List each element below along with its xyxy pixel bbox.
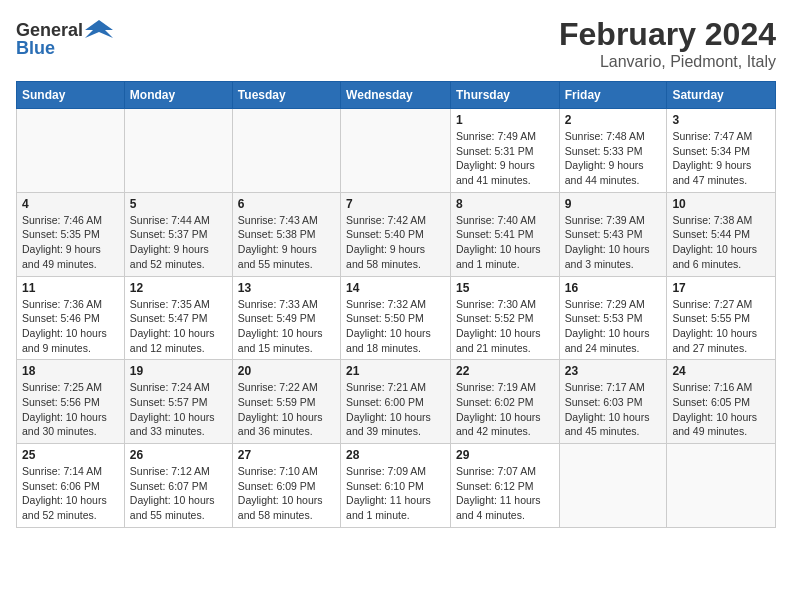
day-number: 8 [456, 197, 554, 211]
calendar-cell: 10Sunrise: 7:38 AM Sunset: 5:44 PM Dayli… [667, 192, 776, 276]
main-title: February 2024 [559, 16, 776, 53]
weekday-header: Sunday [17, 82, 125, 109]
day-number: 14 [346, 281, 445, 295]
calendar-cell: 23Sunrise: 7:17 AM Sunset: 6:03 PM Dayli… [559, 360, 667, 444]
day-info: Sunrise: 7:07 AM Sunset: 6:12 PM Dayligh… [456, 464, 554, 523]
calendar-cell: 17Sunrise: 7:27 AM Sunset: 5:55 PM Dayli… [667, 276, 776, 360]
calendar-cell: 14Sunrise: 7:32 AM Sunset: 5:50 PM Dayli… [341, 276, 451, 360]
day-number: 21 [346, 364, 445, 378]
day-info: Sunrise: 7:22 AM Sunset: 5:59 PM Dayligh… [238, 380, 335, 439]
day-number: 9 [565, 197, 662, 211]
weekday-header: Wednesday [341, 82, 451, 109]
calendar-cell: 22Sunrise: 7:19 AM Sunset: 6:02 PM Dayli… [450, 360, 559, 444]
day-number: 22 [456, 364, 554, 378]
day-info: Sunrise: 7:46 AM Sunset: 5:35 PM Dayligh… [22, 213, 119, 272]
calendar-cell: 3Sunrise: 7:47 AM Sunset: 5:34 PM Daylig… [667, 109, 776, 193]
day-number: 7 [346, 197, 445, 211]
title-block: February 2024 Lanvario, Piedmont, Italy [559, 16, 776, 71]
day-number: 3 [672, 113, 770, 127]
logo: General Blue [16, 16, 113, 59]
day-number: 23 [565, 364, 662, 378]
subtitle: Lanvario, Piedmont, Italy [559, 53, 776, 71]
day-info: Sunrise: 7:35 AM Sunset: 5:47 PM Dayligh… [130, 297, 227, 356]
day-info: Sunrise: 7:10 AM Sunset: 6:09 PM Dayligh… [238, 464, 335, 523]
page-header: General Blue February 2024 Lanvario, Pie… [16, 16, 776, 71]
day-number: 18 [22, 364, 119, 378]
calendar-cell: 25Sunrise: 7:14 AM Sunset: 6:06 PM Dayli… [17, 444, 125, 528]
day-info: Sunrise: 7:12 AM Sunset: 6:07 PM Dayligh… [130, 464, 227, 523]
calendar-cell: 7Sunrise: 7:42 AM Sunset: 5:40 PM Daylig… [341, 192, 451, 276]
calendar-cell: 19Sunrise: 7:24 AM Sunset: 5:57 PM Dayli… [124, 360, 232, 444]
day-info: Sunrise: 7:39 AM Sunset: 5:43 PM Dayligh… [565, 213, 662, 272]
calendar-cell: 8Sunrise: 7:40 AM Sunset: 5:41 PM Daylig… [450, 192, 559, 276]
day-info: Sunrise: 7:09 AM Sunset: 6:10 PM Dayligh… [346, 464, 445, 523]
day-number: 12 [130, 281, 227, 295]
day-number: 29 [456, 448, 554, 462]
logo-text-blue: Blue [16, 38, 55, 59]
day-info: Sunrise: 7:44 AM Sunset: 5:37 PM Dayligh… [130, 213, 227, 272]
calendar-cell [232, 109, 340, 193]
calendar-cell: 6Sunrise: 7:43 AM Sunset: 5:38 PM Daylig… [232, 192, 340, 276]
calendar-cell [124, 109, 232, 193]
day-number: 11 [22, 281, 119, 295]
logo-bird-icon [85, 16, 113, 44]
calendar-cell: 12Sunrise: 7:35 AM Sunset: 5:47 PM Dayli… [124, 276, 232, 360]
day-info: Sunrise: 7:14 AM Sunset: 6:06 PM Dayligh… [22, 464, 119, 523]
day-number: 24 [672, 364, 770, 378]
day-info: Sunrise: 7:48 AM Sunset: 5:33 PM Dayligh… [565, 129, 662, 188]
day-number: 26 [130, 448, 227, 462]
calendar-cell: 20Sunrise: 7:22 AM Sunset: 5:59 PM Dayli… [232, 360, 340, 444]
calendar-cell: 27Sunrise: 7:10 AM Sunset: 6:09 PM Dayli… [232, 444, 340, 528]
day-number: 16 [565, 281, 662, 295]
day-number: 13 [238, 281, 335, 295]
day-info: Sunrise: 7:27 AM Sunset: 5:55 PM Dayligh… [672, 297, 770, 356]
calendar-cell: 11Sunrise: 7:36 AM Sunset: 5:46 PM Dayli… [17, 276, 125, 360]
day-info: Sunrise: 7:38 AM Sunset: 5:44 PM Dayligh… [672, 213, 770, 272]
day-info: Sunrise: 7:43 AM Sunset: 5:38 PM Dayligh… [238, 213, 335, 272]
calendar-cell: 4Sunrise: 7:46 AM Sunset: 5:35 PM Daylig… [17, 192, 125, 276]
day-info: Sunrise: 7:21 AM Sunset: 6:00 PM Dayligh… [346, 380, 445, 439]
day-number: 1 [456, 113, 554, 127]
calendar-cell: 9Sunrise: 7:39 AM Sunset: 5:43 PM Daylig… [559, 192, 667, 276]
day-number: 20 [238, 364, 335, 378]
day-info: Sunrise: 7:33 AM Sunset: 5:49 PM Dayligh… [238, 297, 335, 356]
calendar-cell: 16Sunrise: 7:29 AM Sunset: 5:53 PM Dayli… [559, 276, 667, 360]
day-number: 28 [346, 448, 445, 462]
day-info: Sunrise: 7:29 AM Sunset: 5:53 PM Dayligh… [565, 297, 662, 356]
day-number: 5 [130, 197, 227, 211]
weekday-header: Monday [124, 82, 232, 109]
weekday-header: Thursday [450, 82, 559, 109]
day-info: Sunrise: 7:24 AM Sunset: 5:57 PM Dayligh… [130, 380, 227, 439]
day-info: Sunrise: 7:16 AM Sunset: 6:05 PM Dayligh… [672, 380, 770, 439]
day-number: 6 [238, 197, 335, 211]
calendar-cell [341, 109, 451, 193]
calendar-cell: 24Sunrise: 7:16 AM Sunset: 6:05 PM Dayli… [667, 360, 776, 444]
day-number: 10 [672, 197, 770, 211]
weekday-header: Saturday [667, 82, 776, 109]
calendar-cell: 26Sunrise: 7:12 AM Sunset: 6:07 PM Dayli… [124, 444, 232, 528]
calendar-cell: 29Sunrise: 7:07 AM Sunset: 6:12 PM Dayli… [450, 444, 559, 528]
day-number: 19 [130, 364, 227, 378]
day-info: Sunrise: 7:32 AM Sunset: 5:50 PM Dayligh… [346, 297, 445, 356]
day-info: Sunrise: 7:30 AM Sunset: 5:52 PM Dayligh… [456, 297, 554, 356]
calendar-cell: 1Sunrise: 7:49 AM Sunset: 5:31 PM Daylig… [450, 109, 559, 193]
weekday-header: Tuesday [232, 82, 340, 109]
day-number: 27 [238, 448, 335, 462]
calendar-cell [667, 444, 776, 528]
calendar-cell: 15Sunrise: 7:30 AM Sunset: 5:52 PM Dayli… [450, 276, 559, 360]
calendar-cell [17, 109, 125, 193]
calendar-cell: 13Sunrise: 7:33 AM Sunset: 5:49 PM Dayli… [232, 276, 340, 360]
weekday-header: Friday [559, 82, 667, 109]
svg-marker-0 [85, 20, 113, 38]
calendar-cell: 21Sunrise: 7:21 AM Sunset: 6:00 PM Dayli… [341, 360, 451, 444]
day-number: 2 [565, 113, 662, 127]
day-number: 25 [22, 448, 119, 462]
day-info: Sunrise: 7:42 AM Sunset: 5:40 PM Dayligh… [346, 213, 445, 272]
calendar-cell: 18Sunrise: 7:25 AM Sunset: 5:56 PM Dayli… [17, 360, 125, 444]
calendar-cell: 28Sunrise: 7:09 AM Sunset: 6:10 PM Dayli… [341, 444, 451, 528]
day-info: Sunrise: 7:17 AM Sunset: 6:03 PM Dayligh… [565, 380, 662, 439]
day-info: Sunrise: 7:36 AM Sunset: 5:46 PM Dayligh… [22, 297, 119, 356]
day-info: Sunrise: 7:47 AM Sunset: 5:34 PM Dayligh… [672, 129, 770, 188]
day-info: Sunrise: 7:40 AM Sunset: 5:41 PM Dayligh… [456, 213, 554, 272]
calendar-cell: 2Sunrise: 7:48 AM Sunset: 5:33 PM Daylig… [559, 109, 667, 193]
